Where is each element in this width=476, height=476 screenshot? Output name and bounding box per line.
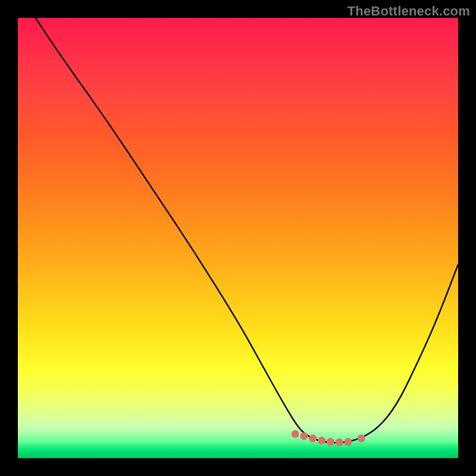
figure-frame: TheBottleneck.com bbox=[0, 0, 476, 476]
plot-area bbox=[18, 18, 458, 458]
bottleneck-curve-svg bbox=[18, 18, 458, 458]
flat-dot bbox=[318, 437, 325, 444]
watermark-text: TheBottleneck.com bbox=[347, 4, 470, 19]
flat-dot bbox=[292, 430, 299, 438]
flat-region-dots bbox=[292, 430, 365, 446]
flat-dot bbox=[358, 434, 365, 442]
flat-dot bbox=[336, 439, 343, 446]
bottleneck-curve-path bbox=[36, 18, 458, 443]
flat-dot bbox=[309, 434, 317, 442]
flat-dot bbox=[345, 438, 352, 446]
flat-dot bbox=[300, 433, 308, 440]
flat-dot bbox=[327, 438, 334, 446]
